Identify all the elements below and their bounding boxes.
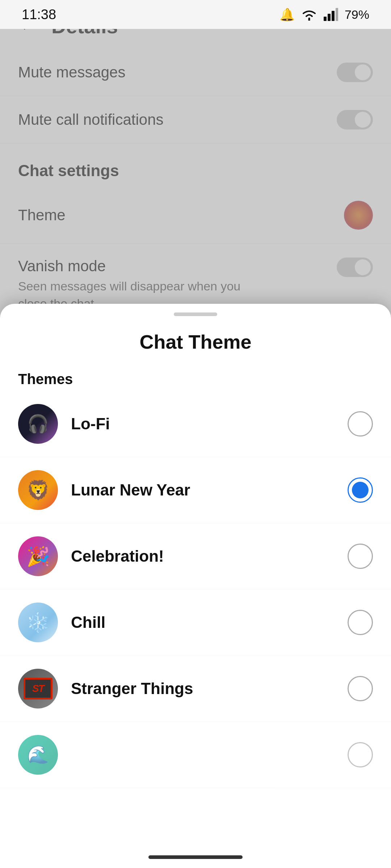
chill-label: Chill <box>71 613 105 631</box>
sheet-handle <box>174 312 217 316</box>
svg-rect-0 <box>324 17 327 21</box>
teal-icon: 🌊 <box>18 735 58 775</box>
theme-item-chill[interactable]: Chill <box>0 590 391 656</box>
bottom-nav-bar <box>0 846 391 868</box>
celebration-label: Celebration! <box>71 547 164 565</box>
signal-icon <box>324 8 338 21</box>
celebration-radio[interactable] <box>348 544 373 569</box>
home-indicator <box>148 855 243 859</box>
lunar-icon <box>18 470 58 510</box>
svg-rect-2 <box>332 11 335 21</box>
svg-rect-1 <box>328 14 331 21</box>
theme-item-lunar[interactable]: Lunar New Year <box>0 457 391 523</box>
lunar-radio-inner <box>352 482 369 498</box>
theme-item-celebration[interactable]: Celebration! <box>0 523 391 590</box>
stranger-icon-text: ST <box>32 683 44 694</box>
lofi-icon <box>18 404 58 444</box>
stranger-radio[interactable] <box>348 676 373 701</box>
stranger-label: Stranger Things <box>71 680 193 698</box>
lofi-label: Lo-Fi <box>71 415 110 433</box>
chill-icon <box>18 603 58 642</box>
celebration-icon <box>18 536 58 576</box>
lunar-label: Lunar New Year <box>71 481 190 499</box>
stranger-icon-inner: ST <box>24 678 52 699</box>
notification-icon: 🔔 <box>279 7 295 22</box>
theme-item-teal[interactable]: 🌊 <box>0 722 391 788</box>
sheet-title: Chat Theme <box>0 316 391 364</box>
status-icons: 🔔 79% <box>279 7 369 22</box>
status-bar: 11:38 🔔 79% <box>0 0 391 29</box>
theme-item-stranger[interactable]: ST Stranger Things <box>0 656 391 722</box>
theme-item-lofi[interactable]: Lo-Fi <box>0 391 391 457</box>
lofi-radio[interactable] <box>348 411 373 437</box>
battery-percentage: 79% <box>345 8 369 22</box>
stranger-icon: ST <box>18 669 58 709</box>
svg-rect-3 <box>336 8 338 21</box>
status-time: 11:38 <box>22 7 56 22</box>
chill-radio[interactable] <box>348 610 373 635</box>
themes-section-label: Themes <box>0 364 391 391</box>
wifi-icon <box>301 8 317 21</box>
lunar-radio[interactable] <box>348 477 373 503</box>
teal-radio[interactable] <box>348 742 373 767</box>
chat-theme-bottom-sheet: Chat Theme Themes Lo-Fi Lunar New Year C… <box>0 304 391 868</box>
